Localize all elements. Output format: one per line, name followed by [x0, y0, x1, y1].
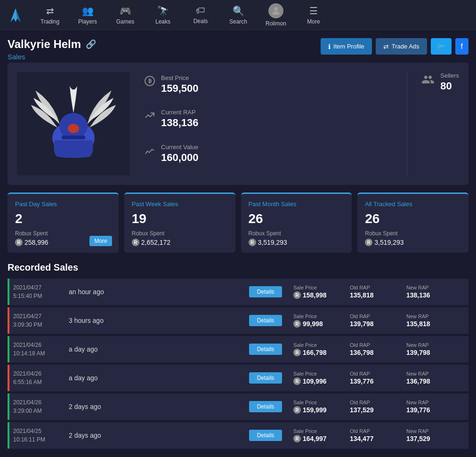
- players-icon: 👥: [82, 5, 94, 16]
- sale-details-button-0[interactable]: Details: [249, 286, 282, 297]
- sales-card-title-1: Past Week Sales: [132, 200, 228, 208]
- new-rap-col-3: New RAP 136,798: [406, 371, 463, 385]
- navbar: ⇄ Trading 👥 Players 🎮 Games 🔭 Leaks 🏷 De…: [0, 0, 476, 30]
- nav-item-leaks[interactable]: 🔭 Leaks: [144, 0, 182, 30]
- sellers-value: 80: [440, 80, 459, 92]
- svg-point-2: [274, 7, 278, 11]
- nav-item-players[interactable]: 👥 Players: [69, 0, 106, 30]
- best-price-label: Best Price: [161, 74, 199, 81]
- best-price-icon: [144, 75, 155, 89]
- old-rap-col-0: Old RAP 135,818: [350, 285, 406, 299]
- sales-card-2: Past Month Sales 26 Robux Spent R 3,519,…: [241, 192, 352, 253]
- nav-items: ⇄ Trading 👥 Players 🎮 Games 🔭 Leaks 🏷 De…: [31, 0, 472, 30]
- sale-price-col-4: Sale Price R 159,999: [293, 400, 350, 414]
- current-value-label: Current Value: [161, 144, 199, 151]
- item-name: Valkyrie Helm: [8, 38, 81, 51]
- twitter-button[interactable]: 🐦: [431, 38, 452, 55]
- robux-icon-sale-0: R: [293, 291, 301, 299]
- sale-date-1: 2021/04/273:09:30 PM: [13, 312, 65, 329]
- sale-row-1: 2021/04/273:09:30 PM 3 hours ago Details…: [8, 307, 468, 334]
- nav-item-more[interactable]: ☰ More: [295, 0, 332, 30]
- robux-icon-sale-5: R: [293, 435, 301, 442]
- new-rap-col-0: New RAP 138,136: [406, 285, 463, 299]
- sales-summary: Past Day Sales 2 Robux Spent R 258,996 M…: [8, 192, 468, 253]
- nav-item-trading[interactable]: ⇄ Trading: [31, 0, 69, 30]
- nav-label-trading: Trading: [40, 18, 59, 25]
- sellers-icon: [421, 73, 435, 89]
- current-rap-row: Current RAP 138,136: [144, 109, 393, 129]
- leaks-icon: 🔭: [157, 5, 169, 16]
- best-price-value: 159,500: [161, 82, 199, 95]
- sale-relative-3: a day ago: [65, 374, 249, 382]
- nav-item-search[interactable]: 🔍 Search: [219, 0, 257, 30]
- more-button-0[interactable]: More: [89, 236, 112, 246]
- link-icon[interactable]: 🔗: [86, 39, 96, 49]
- item-title-row: Valkyrie Helm 🔗: [8, 38, 96, 51]
- new-rap-col-4: New RAP 139,776: [406, 400, 463, 414]
- sale-relative-0: an hour ago: [65, 288, 249, 296]
- nav-item-deals[interactable]: 🏷 Deals: [182, 0, 219, 30]
- nav-item-games[interactable]: 🎮 Games: [106, 0, 144, 30]
- sales-card-3: All Tracked Sales 26 Robux Spent R 3,519…: [357, 192, 468, 253]
- robux-icon-2: R: [249, 239, 256, 246]
- trading-icon: ⇄: [46, 5, 54, 16]
- current-rap-label: Current RAP: [161, 109, 199, 116]
- main-content: Valkyrie Helm 🔗 Sales ℹ Item Profile ⇄ T…: [0, 30, 476, 457]
- item-card: Best Price 159,500 Current RAP 138,136: [8, 63, 468, 185]
- sales-card-count-3: 26: [365, 211, 461, 226]
- info-icon: ℹ: [328, 43, 331, 50]
- sales-tab-link[interactable]: Sales: [8, 53, 96, 61]
- old-rap-col-5: Old RAP 134,477: [350, 428, 406, 442]
- sales-card-spent-value-2: R 3,519,293: [249, 239, 345, 246]
- rap-icon: [144, 110, 155, 124]
- sales-card-0: Past Day Sales 2 Robux Spent R 258,996 M…: [8, 192, 119, 253]
- robux-icon-1: R: [132, 239, 139, 246]
- best-price-row: Best Price 159,500: [144, 74, 393, 95]
- robux-icon-sale-4: R: [293, 406, 301, 414]
- sales-card-title-3: All Tracked Sales: [365, 200, 461, 208]
- sales-card-count-0: 2: [15, 211, 111, 226]
- sellers-section: Sellers 80: [407, 72, 459, 176]
- sale-details-button-1[interactable]: Details: [249, 315, 282, 326]
- trade-ads-button[interactable]: ⇄ Trade Ads: [376, 38, 427, 55]
- recorded-sales-title: Recorded Sales: [8, 262, 468, 273]
- action-buttons: ℹ Item Profile ⇄ Trade Ads 🐦 f: [321, 38, 468, 55]
- new-rap-col-1: New RAP 135,818: [406, 313, 463, 328]
- sale-date-0: 2021/04/275:15:40 PM: [13, 283, 65, 300]
- facebook-button[interactable]: f: [455, 38, 468, 55]
- sale-row-5: 2021/04/2510:16:11 PM 2 days ago Details…: [8, 422, 468, 449]
- sale-details-button-4[interactable]: Details: [249, 401, 282, 412]
- sales-list: 2021/04/275:15:40 PM an hour ago Details…: [8, 279, 468, 449]
- sale-details-button-3[interactable]: Details: [249, 372, 282, 384]
- games-icon: 🎮: [120, 5, 131, 16]
- sales-card-count-1: 19: [132, 211, 228, 226]
- logo[interactable]: [4, 7, 27, 24]
- robux-icon-0: R: [15, 239, 23, 246]
- current-value-value: 160,000: [161, 152, 199, 164]
- sale-price-col-0: Sale Price R 158,998: [293, 285, 350, 299]
- sale-date-2: 2021/04/2610:14:18 AM: [13, 341, 65, 358]
- sales-card-spent-label-1: Robux Spent: [132, 230, 228, 237]
- sale-row-4: 2021/04/263:29:00 AM 2 days ago Details …: [8, 393, 468, 420]
- old-rap-col-4: Old RAP 137,529: [350, 400, 406, 414]
- avatar: [268, 3, 283, 18]
- item-profile-button[interactable]: ℹ Item Profile: [321, 38, 372, 55]
- sales-card-spent-label-3: Robux Spent: [365, 230, 461, 237]
- sales-card-spent-value-3: R 3,519,293: [365, 239, 461, 246]
- sale-relative-1: 3 hours ago: [65, 317, 249, 324]
- nav-item-rolimon[interactable]: Rolimon: [257, 0, 295, 30]
- sales-card-count-2: 26: [249, 211, 345, 226]
- sale-date-5: 2021/04/2510:16:11 PM: [13, 427, 65, 444]
- sale-details-button-5[interactable]: Details: [249, 430, 282, 441]
- sale-relative-5: 2 days ago: [65, 432, 249, 439]
- trade-icon: ⇄: [383, 43, 389, 50]
- robux-icon-sale-3: R: [293, 377, 301, 385]
- sales-card-title-2: Past Month Sales: [249, 200, 345, 208]
- sale-date-4: 2021/04/263:29:00 AM: [13, 398, 65, 415]
- nav-label-rolimon: Rolimon: [266, 20, 286, 27]
- sales-card-spent-value-1: R 2,652,172: [132, 239, 228, 246]
- sales-card-spent-label-2: Robux Spent: [249, 230, 345, 237]
- sale-details-button-2[interactable]: Details: [249, 344, 282, 355]
- sale-row-2: 2021/04/2610:14:18 AM a day ago Details …: [8, 336, 468, 363]
- new-rap-col-5: New RAP 137,529: [406, 428, 463, 442]
